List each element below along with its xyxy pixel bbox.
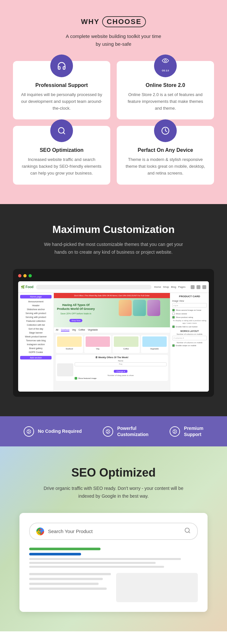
feat-no-coding: No Coding Required	[24, 426, 82, 437]
panel-image-view: Image View	[172, 300, 207, 302]
online-store-desc: Online Store 2.0 is a set of features an…	[125, 91, 206, 112]
features-bar: No Coding Required PowerfulCustomization…	[0, 416, 227, 446]
second-image-label: Show second image on hover	[176, 309, 201, 311]
result-line-3	[29, 566, 164, 568]
cat-tab-seafood[interactable]: Seafood	[61, 329, 69, 332]
result-bar-blue	[29, 553, 81, 555]
professional-support-desc: All inquiries will be personally process…	[21, 91, 102, 112]
feat-premium-support: PremiumSupport	[170, 425, 203, 437]
nav-pages: Pages	[178, 286, 185, 288]
add-cart-label: Enable Add to cart button	[176, 326, 197, 328]
svg-point-9	[173, 430, 177, 433]
store-header: 🌿 Food Home Shop Blog Pages	[18, 281, 209, 293]
online-store-icon: OS 2.0	[154, 55, 177, 77]
weekly-content: Name Bag Change ▾ Number of drag paste t…	[57, 360, 167, 380]
panel-vendor: Show vendor	[172, 312, 207, 315]
works-layout-title: WORKS LAYOUT	[172, 330, 207, 332]
sidebar-collection: Collection with list	[20, 323, 52, 327]
col-line-2	[29, 578, 103, 580]
rating-label: Show product rating	[176, 316, 193, 318]
product-4-name: Vegetable	[142, 348, 167, 350]
second-image-checkbox	[172, 309, 175, 311]
panel-image-view-label: Image View	[172, 300, 184, 302]
banner-heading: Having All Types Of Products World Of Gr…	[56, 303, 95, 311]
result-bar-green	[29, 548, 101, 550]
products-grid: Seafood Veg Coffee	[54, 333, 170, 355]
svg-line-2	[166, 59, 167, 59]
dot-yellow	[23, 274, 27, 277]
store-body: Home page Announcement Header Slideshow …	[18, 293, 209, 392]
why-prefix: WHY	[81, 18, 100, 26]
image-view-select[interactable]: Full ▾	[172, 303, 207, 308]
shop-now-button[interactable]: Shop Now	[69, 319, 82, 322]
search-icon-mock	[184, 527, 191, 535]
sidebar-header: Header	[20, 304, 52, 307]
svg-line-11	[189, 532, 190, 533]
sidebar-brand: Brand gallery	[20, 346, 52, 350]
store-sidebar: Home page Announcement Header Slideshow …	[18, 293, 54, 392]
panel-rating: Show product rating	[172, 316, 207, 319]
panel-second-image: Show second image on hover	[172, 309, 207, 311]
columns-desktop-label: Number of columns on mobile	[172, 342, 207, 344]
why-choose-section: WHY CHOOSE A complete website building t…	[0, 0, 227, 204]
promo-bar: Don't Miss | This Week Big Sale 30% Off …	[54, 293, 170, 298]
seo-subtitle: Drive organic traffic with SEO ready. Do…	[13, 485, 214, 500]
product-2: Veg	[84, 335, 112, 353]
search-text: Search Your Product	[48, 529, 180, 534]
nav-shop: Shop	[163, 286, 169, 288]
device-title: Perfact On Any Device	[125, 147, 206, 153]
sidebar-slideshow: Slideshow anchor	[20, 308, 52, 311]
browser-mockup: 🌿 Food Home Shop Blog Pages	[13, 269, 214, 397]
seo-desc: Increased website traffic and search ran…	[21, 156, 102, 176]
name-label: Name	[75, 360, 167, 362]
change-button[interactable]: Change ▾	[114, 370, 127, 373]
cat-tab-veg[interactable]: Veg	[72, 329, 76, 332]
device-icon	[154, 119, 177, 142]
max-custom-subtitle: We hand-picked the most customizable the…	[13, 241, 214, 256]
why-highlight: CHOOSE	[102, 16, 146, 27]
product-4: Vegetable	[141, 335, 168, 353]
why-choose-title: WHY CHOOSE	[13, 16, 214, 27]
cat-tab-all[interactable]: All	[56, 329, 58, 332]
why-subtitle: A complete website building toolkit your…	[13, 32, 214, 48]
features-grid: Professional Support All inquiries will …	[13, 61, 214, 185]
weekly-form: Name Bag Change ▾ Number of drag paste t…	[75, 360, 167, 380]
rating-checkbox	[172, 316, 175, 319]
panel-title: PRODUCT CARD	[172, 295, 207, 298]
svg-point-8	[106, 430, 110, 433]
col-line-3	[29, 583, 99, 585]
cat-tab-coffee[interactable]: Coffee	[78, 329, 85, 332]
seo-title: SEO Optimized	[13, 466, 214, 480]
panel-add-cart: Enable Add to cart button	[172, 325, 207, 328]
col-line-4	[29, 588, 107, 590]
sidebar-serve1: Serving with product	[20, 311, 52, 315]
columns-select[interactable]: 2 columns ▾	[172, 336, 207, 340]
result-col-right	[116, 573, 198, 602]
dot-green	[29, 274, 32, 277]
store-right-panel: PRODUCT CARD Image View Full ▾ Show seco…	[170, 293, 209, 392]
weekly-offers: 🗓 Weekly Offers Of The Week! Name Bag Ch…	[56, 355, 168, 381]
product-3: Coffee	[113, 335, 140, 353]
vendor-checkbox	[172, 312, 175, 315]
store-banner: Having All Types Of Products World Of Gr…	[54, 298, 170, 327]
result-columns	[29, 573, 198, 602]
works-layout-section: WORKS LAYOUT Number of columns on mobile…	[172, 330, 207, 347]
search-bar-mock: Search Your Product	[29, 523, 198, 540]
result-image-placeholder	[116, 573, 198, 602]
sidebar-sort: Sort of the day	[20, 327, 52, 331]
customization-icon	[103, 426, 113, 437]
sidebar-announcement: Announcement	[20, 300, 52, 303]
seo-section: SEO Optimized Drive organic traffic with…	[0, 446, 227, 632]
seo-icon	[50, 119, 73, 142]
weekly-image	[57, 363, 73, 376]
professional-support-icon	[50, 55, 73, 77]
cat-tab-vegetable[interactable]: Vegetable	[88, 329, 98, 332]
product-3-name: Coffee	[114, 348, 138, 350]
browser-dots	[18, 274, 209, 277]
featured-image-option: Show featured image	[75, 377, 167, 380]
no-coding-label: No Coding Required	[38, 428, 82, 434]
drag-label: Number of drag paste to show	[75, 374, 167, 376]
swipe-label: Enable swipe on mobile	[176, 345, 196, 346]
add-section-button[interactable]: Add section	[20, 356, 52, 359]
columns-mobile-label: Number of columns on mobile	[172, 333, 207, 335]
